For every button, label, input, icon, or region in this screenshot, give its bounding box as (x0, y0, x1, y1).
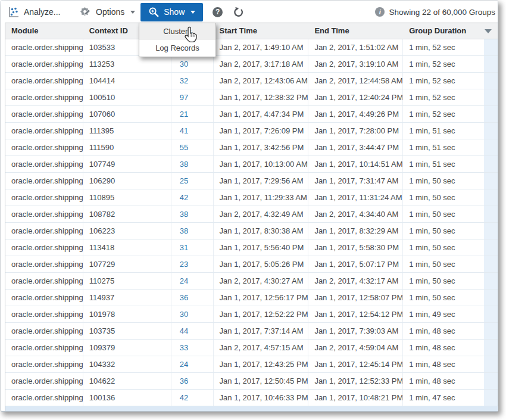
cell-count[interactable]: 36 (171, 290, 214, 306)
vertical-scrollbar-track[interactable] (484, 106, 498, 122)
cell-count[interactable]: 97 (171, 89, 214, 105)
table-row[interactable]: oracle.order.shipping11493736Jan 1, 2017… (5, 290, 498, 306)
cell-count[interactable]: 32 (171, 73, 214, 89)
column-header-module[interactable]: Module (5, 23, 83, 39)
vertical-scrollbar-track[interactable] (484, 340, 498, 356)
column-header-end_time[interactable]: End Time (308, 23, 403, 39)
cell-count[interactable]: 31 (171, 239, 214, 256)
cell-module: oracle.order.shipping (5, 189, 83, 206)
table-row[interactable]: oracle.order.shipping11027524Jan 2, 2017… (5, 273, 498, 290)
cell-count[interactable]: 36 (171, 373, 214, 389)
cell-count[interactable]: 38 (171, 223, 214, 239)
cell-count[interactable]: 55 (171, 139, 214, 155)
help-icon[interactable]: ? (213, 7, 223, 17)
cell-start_time: Jan 1, 2017, 7:29:56 AM (214, 173, 309, 189)
table-row[interactable]: oracle.order.shipping10629025Jan 1, 2017… (5, 173, 498, 189)
table-row[interactable]: oracle.order.shipping10774938Jan 1, 2017… (5, 156, 498, 173)
table-row[interactable]: oracle.order.shipping11325330Jan 2, 2017… (5, 56, 498, 73)
vertical-scrollbar-track[interactable] (484, 173, 498, 189)
cell-count[interactable]: 30 (171, 56, 214, 72)
cell-context_id: 106223 (83, 223, 171, 239)
vertical-scrollbar-track[interactable] (484, 256, 498, 272)
cell-duration: 1 min, 51 sec (403, 123, 484, 139)
sort-descending-icon[interactable] (485, 29, 492, 33)
table-row[interactable]: oracle.order.shipping10706021Jan 1, 2017… (5, 106, 498, 123)
cell-context_id: 114937 (83, 290, 171, 306)
cell-count[interactable]: 24 (171, 273, 214, 289)
table-row[interactable]: oracle.order.shipping103533Jan 2, 2017, … (5, 39, 498, 56)
table-row[interactable]: oracle.order.shipping10051097Jan 1, 2017… (5, 89, 498, 106)
cell-end_time: Jan 1, 2017, 7:39:03 AM (308, 323, 403, 339)
cell-count[interactable]: 42 (171, 189, 214, 206)
vertical-scrollbar-track[interactable] (484, 306, 498, 322)
vertical-scrollbar-track[interactable] (484, 139, 498, 155)
table-row[interactable]: oracle.order.shipping11159055Jan 1, 2017… (5, 139, 498, 156)
table-row[interactable]: oracle.order.shipping10433224Jan 1, 2017… (5, 356, 498, 373)
show-button[interactable]: Show (140, 3, 203, 21)
cell-duration: 1 min, 48 sec (403, 356, 484, 372)
cell-module: oracle.order.shipping (5, 340, 83, 356)
cell-count[interactable]: 38 (171, 156, 214, 172)
table-row[interactable]: oracle.order.shipping10197830Jan 1, 2017… (5, 306, 498, 323)
cell-count[interactable]: 33 (171, 340, 214, 356)
vertical-scrollbar-track[interactable] (484, 56, 498, 72)
cell-end_time: Jan 1, 2017, 12:52:33 PM (308, 373, 403, 389)
table-row[interactable]: oracle.order.shipping10013642Jan 1, 2017… (5, 390, 498, 406)
vertical-scrollbar-track[interactable] (484, 323, 498, 339)
vertical-scrollbar-track[interactable] (484, 390, 498, 406)
cell-duration: 1 min, 48 sec (403, 340, 484, 356)
cell-count[interactable]: 23 (171, 256, 214, 272)
refresh-icon[interactable] (233, 7, 244, 18)
cell-duration: 1 min, 49 sec (403, 306, 484, 322)
table-row[interactable]: oracle.order.shipping10878238Jan 2, 2017… (5, 206, 498, 223)
menu-item-clusters[interactable]: Clusters (139, 23, 215, 40)
table-row[interactable]: oracle.order.shipping11341831Jan 1, 2017… (5, 239, 498, 256)
analyze-button[interactable]: Analyze... (7, 6, 64, 18)
cell-count[interactable]: 42 (171, 390, 214, 406)
cell-context_id: 107729 (83, 256, 171, 272)
vertical-scrollbar-track[interactable] (484, 223, 498, 239)
cell-start_time: Jan 1, 2017, 11:29:33 AM (214, 189, 309, 206)
cell-context_id: 110275 (83, 273, 171, 289)
vertical-scrollbar-track[interactable] (484, 189, 498, 206)
vertical-scrollbar-track[interactable] (484, 373, 498, 389)
cell-count[interactable]: 21 (171, 106, 214, 122)
cell-module: oracle.order.shipping (5, 256, 83, 272)
horizontal-scrollbar[interactable] (5, 406, 498, 411)
vertical-scrollbar-track[interactable] (484, 239, 498, 256)
column-header-start_time[interactable]: Start Time (214, 23, 309, 39)
menu-item-log-records[interactable]: Log Records (139, 40, 215, 57)
cell-count[interactable]: 38 (171, 206, 214, 222)
cell-start_time: Jan 1, 2017, 12:50:45 PM (214, 373, 309, 389)
table-row[interactable]: oracle.order.shipping10772923Jan 1, 2017… (5, 256, 498, 273)
cell-count[interactable]: 41 (171, 123, 214, 139)
table-row[interactable]: oracle.order.shipping11089542Jan 1, 2017… (5, 189, 498, 206)
column-header-duration[interactable]: Group Duration (403, 23, 498, 39)
options-button[interactable]: Options (79, 5, 135, 18)
vertical-scrollbar-track[interactable] (484, 206, 498, 222)
table-row[interactable]: oracle.order.shipping10441432Jan 2, 2017… (5, 73, 498, 89)
cell-start_time: Jan 2, 2017, 12:43:06 AM (214, 73, 309, 89)
vertical-scrollbar-track[interactable] (484, 39, 498, 55)
vertical-scrollbar-track[interactable] (484, 156, 498, 172)
vertical-scrollbar-track[interactable] (484, 290, 498, 306)
table-row[interactable]: oracle.order.shipping10937933Jan 2, 2017… (5, 340, 498, 356)
cell-count[interactable]: 44 (171, 323, 214, 339)
cell-duration: 1 min, 48 sec (403, 323, 484, 339)
vertical-scrollbar-track[interactable] (484, 73, 498, 89)
table-row[interactable]: oracle.order.shipping11139541Jan 1, 2017… (5, 123, 498, 139)
table-row[interactable]: oracle.order.shipping10622338Jan 1, 2017… (5, 223, 498, 239)
cell-start_time: Jan 1, 2017, 12:38:32 PM (214, 89, 309, 105)
vertical-scrollbar-track[interactable] (484, 273, 498, 289)
table-row[interactable]: oracle.order.shipping10373544Jan 1, 2017… (5, 323, 498, 340)
vertical-scrollbar-track[interactable] (484, 89, 498, 105)
cell-count[interactable]: 25 (171, 173, 214, 189)
table-row[interactable]: oracle.order.shipping10462236Jan 1, 2017… (5, 373, 498, 390)
cell-module: oracle.order.shipping (5, 56, 83, 72)
zoom-in-icon (148, 7, 160, 18)
cell-count[interactable]: 30 (171, 306, 214, 322)
cell-count[interactable]: 24 (171, 356, 214, 372)
vertical-scrollbar-track[interactable] (484, 356, 498, 372)
table-header-row: ModuleContext IDStart TimeEnd TimeGroup … (5, 23, 498, 39)
vertical-scrollbar-track[interactable] (484, 123, 498, 139)
